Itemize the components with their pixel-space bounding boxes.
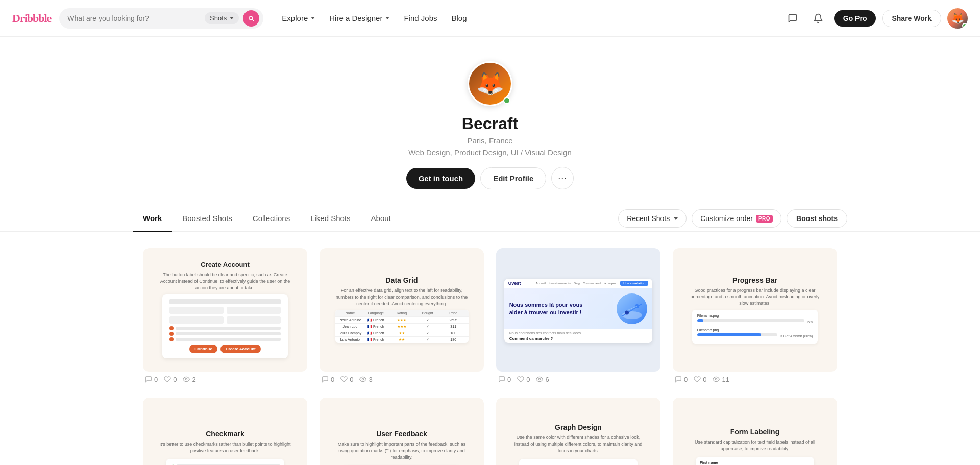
shot-title: Data Grid [385,276,418,284]
tab-about[interactable]: About [361,206,401,232]
shot-title: Graph Design [555,423,602,431]
shot-description: Use the same color with different shades… [512,434,645,454]
tabs-section: Work Boosted Shots Collections Liked Sho… [0,206,980,232]
shot-thumbnail-form-labeling: Form Labeling Use standard capitalizatio… [673,398,837,466]
edit-profile-button[interactable]: Edit Profile [480,167,546,189]
progress-preview: Filename.png 6% Filename.png 3.8 of 4.56… [692,310,818,344]
nav-explore[interactable]: Explore [276,10,321,27]
profile-skills: Web Design, Product Design, UI / Visual … [408,148,572,157]
uvest-hero-text: Nous sommes là pour vous aider à trouver… [509,301,585,316]
profile-section: 🦊 Becraft Paris, France Web Design, Prod… [0,37,980,206]
uvest-preview: Uvest Accueil Investissements Blog Commu… [504,279,653,343]
mini-create-btn: Create Account [220,345,261,353]
comment-count: 0 [145,376,158,383]
more-options-button[interactable]: ··· [551,167,574,189]
tabs-left: Work Boosted Shots Collections Liked Sho… [133,206,618,231]
nav-blog[interactable]: Blog [445,10,473,27]
search-input[interactable] [67,14,201,22]
avatar[interactable]: 🦊 [947,8,968,29]
go-pro-button[interactable]: Go Pro [834,10,876,27]
search-button[interactable] [243,10,259,27]
profile-location: Paris, France [467,136,512,145]
svg-point-1 [362,378,364,380]
shot-card-data-grid[interactable]: Data Grid For an effective data grid, al… [320,248,484,385]
shot-description: Use standard capitalization for text fie… [689,439,822,452]
shot-description: Make sure to highlight important parts o… [335,441,469,460]
uvest-nav-items: Accueil Investissements Blog Communauté … [536,282,617,285]
svg-point-8 [716,378,718,380]
shot-card-form-labeling[interactable]: Form Labeling Use standard capitalizatio… [673,398,837,466]
like-count: 0 [694,376,706,383]
pro-badge: PRO [756,215,773,223]
view-count: 2 [183,376,195,383]
uvest-logo: Uvest [508,281,521,286]
nav-find-jobs[interactable]: Find Jobs [398,10,443,27]
shot-description: It's better to use checkmarks rather tha… [159,441,292,454]
boost-shots-button[interactable]: Boost shots [787,209,847,228]
chevron-down-icon [311,17,315,19]
customize-order-button[interactable]: Customize order PRO [692,209,781,228]
like-count: 0 [340,376,353,383]
tab-liked-shots[interactable]: Liked Shots [300,206,360,232]
profile-online-indicator [503,97,510,104]
uvest-hero: Nous sommes là pour vous aider à trouver… [504,288,653,329]
notifications-button[interactable] [808,9,828,28]
get-in-touch-button[interactable]: Get in touch [406,168,476,189]
online-indicator [962,23,967,28]
chevron-down-icon [674,217,678,220]
shot-card-graph-design[interactable]: Graph Design Use the same color with dif… [496,398,660,466]
comment-count: 0 [322,376,334,383]
shot-description: Good practices for a progress bar includ… [689,287,822,307]
form-labeling-preview: First name Last name [696,457,814,465]
svg-point-0 [186,378,188,380]
uvest-footer: Nous cherchons des contacts mais des idé… [504,329,653,343]
view-count: 3 [359,376,372,383]
nav-hire-designer[interactable]: Hire a Designer [323,10,396,27]
filename-label-1: Filename.png [697,314,813,317]
tab-collections[interactable]: Collections [242,206,300,232]
profile-name: Becraft [462,114,518,133]
share-work-button[interactable]: Share Work [882,10,941,27]
shot-thumbnail-graph-design: Graph Design Use the same color with dif… [496,398,660,466]
mini-continue-btn: Continue [189,345,217,353]
tab-work[interactable]: Work [133,206,172,232]
logo[interactable]: Dribbble [12,12,51,25]
uvest-cta-btn: Une simulation [620,281,648,286]
shot-card-progress-bar[interactable]: Progress Bar Good practices for a progre… [673,248,837,385]
comment-count: 0 [498,376,511,383]
shot-stats-2: 0 0 3 [320,372,484,385]
shot-description: The button label should be clear and spe… [159,272,292,291]
svg-point-4 [625,310,629,314]
shots-dropdown[interactable]: Shots [205,12,239,24]
shot-title: Form Labeling [730,428,779,436]
shot-card-user-feedback[interactable]: User Feedback Make sure to highlight imp… [320,398,484,466]
view-count: 11 [713,376,729,383]
shot-card-checkmark[interactable]: Checkmark It's better to use checkmarks … [143,398,307,466]
view-count: 6 [536,376,549,383]
recent-shots-dropdown[interactable]: Recent Shots [618,209,687,228]
like-count: 0 [164,376,177,383]
filename-label-2: Filename.png [697,328,813,332]
graph-preview [519,459,638,465]
shot-thumbnail-data-grid: Data Grid For an effective data grid, al… [320,248,484,372]
shots-grid: Create Account The button label should b… [122,232,857,465]
svg-point-7 [539,378,541,380]
shot-thumbnail-create-account: Create Account The button label should b… [143,248,307,372]
shot-stats-1: 0 0 2 [143,372,307,385]
tab-boosted-shots[interactable]: Boosted Shots [172,206,242,232]
shot-card-uvest[interactable]: Uvest Accueil Investissements Blog Commu… [496,248,660,385]
profile-avatar-wrap: 🦊 [468,61,512,106]
data-grid-preview: Name Language Rating Bought Price Pierre… [335,310,469,343]
chevron-down-icon [385,17,389,19]
comment-count: 0 [675,376,688,383]
like-count: 0 [517,376,530,383]
chevron-down-icon [230,17,234,19]
header-right: Go Pro Share Work 🦊 [783,8,968,29]
shot-title: Checkmark [206,430,244,438]
shot-card-create-account[interactable]: Create Account The button label should b… [143,248,307,385]
shot-stats-3: 0 0 6 [496,372,660,385]
shots-row-2: Checkmark It's better to use checkmarks … [143,398,837,466]
messages-button[interactable] [783,9,802,28]
uvest-illustration [617,293,647,324]
shots-row-1: Create Account The button label should b… [143,248,837,385]
